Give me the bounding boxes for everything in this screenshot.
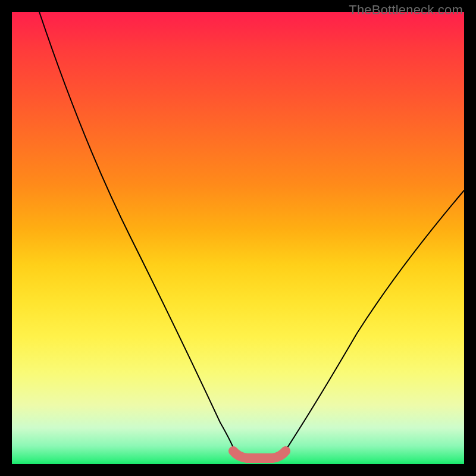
chart-frame: TheBottleneck.com [0,0,476,476]
curve-right [284,190,464,452]
curve-left [39,12,235,452]
chart-plot-area [12,12,464,464]
watermark-label: TheBottleneck.com [349,2,463,18]
chart-svg [12,12,464,464]
flat-bottom-highlight [233,451,286,458]
